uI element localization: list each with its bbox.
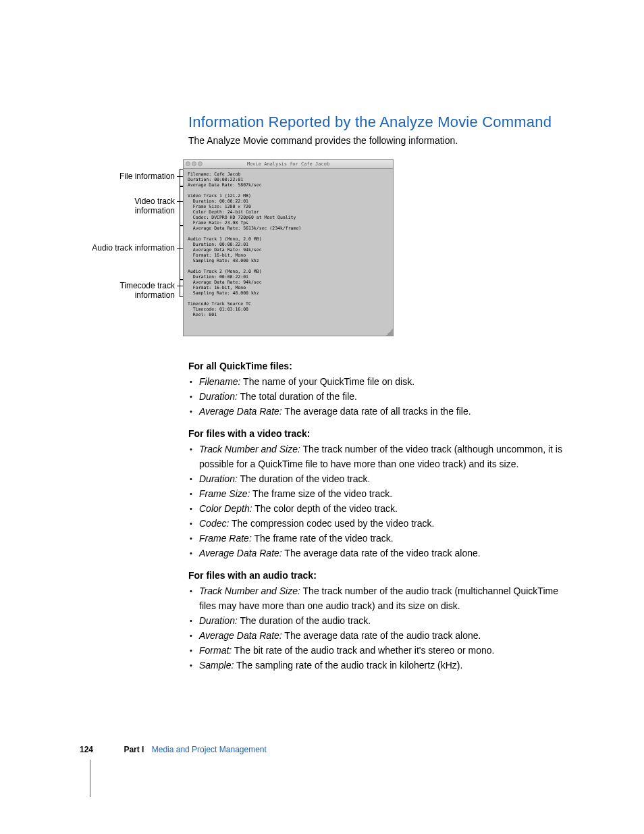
page: Information Reported by the Analyze Movi… xyxy=(0,0,644,834)
term: Codec: xyxy=(199,518,229,529)
win-audio-section: Audio Track 1 (Mono, 2.0 MB) Duration: 0… xyxy=(188,236,262,296)
resize-grip-icon xyxy=(386,329,393,336)
win-video-section: Video Track 1 (121.2 MB) Duration: 00:00… xyxy=(188,193,301,231)
callout-audio: Audio track information xyxy=(84,243,175,253)
definition-list: Track Number and Size: The track number … xyxy=(188,583,566,673)
term: Average Data Rate: xyxy=(199,406,282,417)
win-tc-section: Timecode Track Source TC Timecode: 01:03… xyxy=(188,301,251,317)
term: Filename: xyxy=(199,376,240,387)
callout-file: File information xyxy=(97,172,175,181)
list-item: Frame Rate: The frame rate of the video … xyxy=(198,531,566,546)
list-item: Codec: The compression codec used by the… xyxy=(198,516,566,531)
list-item: Average Data Rate: The average data rate… xyxy=(198,628,566,643)
term: Track Number and Size: xyxy=(199,585,300,596)
definition: The average data rate of the audio track… xyxy=(282,630,481,641)
definition: The bit rate of the audio track and whet… xyxy=(232,645,494,656)
callout-tc-label1: Timecode track xyxy=(119,281,175,290)
list-item: Average Data Rate: The average data rate… xyxy=(198,404,566,419)
traffic-lights-icon xyxy=(186,161,203,166)
footer-part: Part I xyxy=(124,745,144,754)
definition: The color depth of the video track. xyxy=(252,503,398,514)
callout-video: Video track information xyxy=(97,197,175,215)
page-footer: 124 Part I Media and Project Management xyxy=(80,745,267,754)
term: Average Data Rate: xyxy=(199,630,282,641)
list-item: Sample: The sampling rate of the audio t… xyxy=(198,658,566,673)
list-item: Color Depth: The color depth of the vide… xyxy=(198,501,566,516)
description-sections: For all QuickTime files:Filename: The na… xyxy=(188,361,566,673)
callout-timecode: Timecode track information xyxy=(97,281,175,300)
window-title: Movie Analysis for Cafe Jacob xyxy=(247,161,329,167)
definition: The total duration of the file. xyxy=(238,391,357,402)
term: Frame Rate: xyxy=(199,533,252,544)
callout-tc-label2: information xyxy=(135,290,175,300)
callout-file-label: File information xyxy=(119,172,175,181)
definition: The name of your QuickTime file on disk. xyxy=(240,376,414,387)
footer-section: Media and Project Management xyxy=(152,745,267,754)
window-body: Filename: Cafe Jacob Duration: 00:00:22:… xyxy=(184,169,393,320)
window-titlebar: Movie Analysis for Cafe Jacob xyxy=(184,160,393,169)
term: Track Number and Size: xyxy=(199,444,300,454)
term: Format: xyxy=(199,645,232,656)
section-heading: For files with an audio track: xyxy=(188,570,566,581)
term: Duration: xyxy=(199,391,238,402)
section-heading: For all QuickTime files: xyxy=(188,361,566,371)
definition: The sampling rate of the audio track in … xyxy=(234,660,462,671)
page-number: 124 xyxy=(80,745,93,754)
analysis-window: Movie Analysis for Cafe Jacob Filename: … xyxy=(183,159,394,336)
annotated-screenshot: File information Video track information… xyxy=(188,159,566,348)
section-heading: For files with a video track: xyxy=(188,428,566,439)
definition: The frame size of the video track. xyxy=(250,488,392,499)
list-item: Duration: The duration of the video trac… xyxy=(198,471,566,486)
list-item: Format: The bit rate of the audio track … xyxy=(198,643,566,658)
page-heading: Information Reported by the Analyze Movi… xyxy=(188,113,566,131)
list-item: Frame Size: The frame size of the video … xyxy=(198,486,566,501)
list-item: Duration: The total duration of the file… xyxy=(198,389,566,404)
definition: The duration of the audio track. xyxy=(238,615,371,626)
definition: The frame rate of the video track. xyxy=(252,533,394,544)
list-item: Filename: The name of your QuickTime fil… xyxy=(198,374,566,389)
list-item: Track Number and Size: The track number … xyxy=(198,583,566,613)
definition: The compression codec used by the video … xyxy=(229,518,434,529)
callout-video-label: Video track information xyxy=(134,197,175,215)
intro-text: The Analyze Movie command provides the f… xyxy=(188,135,566,146)
content-column: Information Reported by the Analyze Movi… xyxy=(188,113,566,673)
win-file-section: Filename: Cafe Jacob Duration: 00:00:22:… xyxy=(188,172,262,188)
term: Color Depth: xyxy=(199,503,252,514)
definition: The average data rate of the video track… xyxy=(282,548,481,558)
list-item: Track Number and Size: The track number … xyxy=(198,442,566,471)
term: Duration: xyxy=(199,615,238,626)
definition: The average data rate of all tracks in t… xyxy=(282,406,471,417)
footer-rule xyxy=(90,760,90,797)
list-item: Duration: The duration of the audio trac… xyxy=(198,613,566,628)
term: Average Data Rate: xyxy=(199,548,282,558)
list-item: Average Data Rate: The average data rate… xyxy=(198,546,566,561)
term: Sample: xyxy=(199,660,234,671)
definition-list: Filename: The name of your QuickTime fil… xyxy=(188,374,566,419)
definition: The duration of the video track. xyxy=(238,473,371,484)
definition-list: Track Number and Size: The track number … xyxy=(188,442,566,561)
term: Duration: xyxy=(199,473,238,484)
callout-audio-label: Audio track information xyxy=(92,243,175,253)
term: Frame Size: xyxy=(199,488,250,499)
